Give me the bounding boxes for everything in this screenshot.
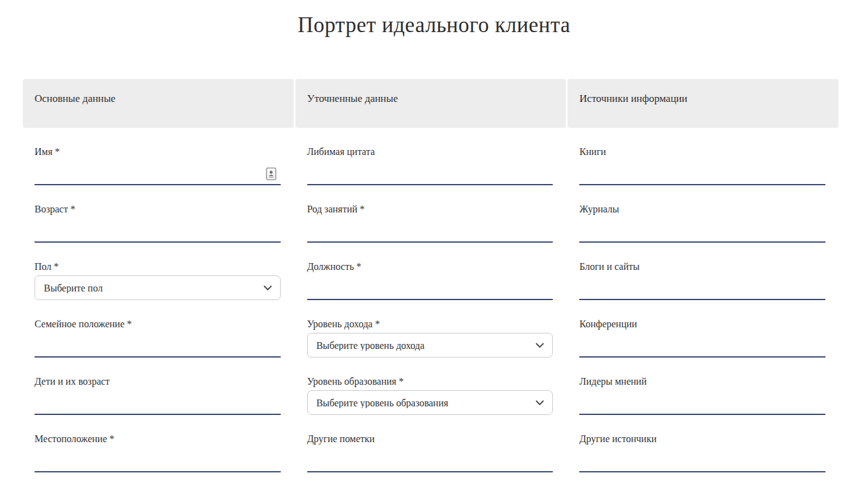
name-input[interactable]: [35, 157, 281, 185]
field-magazines: Журналы: [579, 204, 825, 243]
other-notes-label: Другие пометки: [307, 433, 553, 445]
field-children-age: Дети и их возраст: [35, 376, 281, 415]
column-header-basic-data: Основные данные: [23, 79, 294, 128]
field-name: Имя *: [35, 146, 281, 185]
field-age: Возраст *: [35, 204, 281, 243]
name-label: Имя *: [35, 146, 281, 157]
income-level-select[interactable]: Выберите уровень дохода: [307, 333, 553, 358]
education-level-label: Уровень образования *: [307, 376, 553, 387]
contact-autofill-icon[interactable]: [266, 167, 276, 180]
other-sources-label: Другие истончики: [579, 433, 825, 445]
page-title: Портрет идеального клиента: [0, 0, 868, 38]
field-conferences: Конференции: [579, 319, 825, 358]
column-refined-data-fields: Либимая цитата Род занятий * Должность *…: [296, 146, 566, 472]
field-favorite-quote: Либимая цитата: [307, 146, 553, 185]
field-blogs-sites: Блоги и сайты: [579, 261, 825, 300]
blogs-sites-label: Блоги и сайты: [579, 261, 825, 272]
column-basic-data-fields: Имя * Возраст *: [23, 146, 294, 472]
gender-label: Пол *: [35, 261, 281, 272]
field-opinion-leaders: Лидеры мнений: [579, 376, 825, 415]
favorite-quote-input[interactable]: [307, 157, 553, 185]
age-input[interactable]: [35, 215, 281, 243]
field-job-title: Должность *: [307, 261, 553, 300]
education-level-select[interactable]: Выберите уровень образования: [307, 390, 553, 415]
other-sources-input[interactable]: [579, 445, 825, 472]
column-info-sources: Источники информации Книги Журналы Блоги…: [568, 79, 838, 472]
children-age-input[interactable]: [35, 387, 281, 415]
column-info-sources-fields: Книги Журналы Блоги и сайты Конференции: [568, 146, 838, 472]
magazines-label: Журналы: [579, 204, 825, 215]
opinion-leaders-label: Лидеры мнений: [579, 376, 825, 387]
column-header-refined-data: Уточненные данные: [296, 79, 566, 128]
opinion-leaders-input[interactable]: [579, 387, 825, 415]
location-input[interactable]: [35, 445, 281, 472]
form-grid: Основные данные Имя *: [23, 79, 838, 472]
marital-status-input[interactable]: [35, 330, 281, 358]
job-title-label: Должность *: [307, 261, 553, 272]
conferences-label: Конференции: [579, 319, 825, 330]
field-location: Местоположение *: [35, 433, 281, 472]
favorite-quote-label: Либимая цитата: [307, 146, 553, 157]
name-input-wrap: [35, 157, 281, 185]
marital-status-label: Семейное положение *: [35, 319, 281, 330]
field-income-level: Уровень дохода * Выберите уровень дохода: [307, 319, 553, 358]
field-education-level: Уровень образования * Выберите уровень о…: [307, 376, 553, 415]
field-gender: Пол * Выберите пол: [35, 261, 281, 300]
job-title-input[interactable]: [307, 272, 553, 300]
column-header-info-sources: Источники информации: [568, 79, 838, 128]
books-label: Книги: [579, 146, 825, 157]
column-basic-data: Основные данные Имя *: [23, 79, 294, 472]
field-other-notes: Другие пометки: [307, 433, 553, 472]
income-level-label: Уровень дохода *: [307, 319, 553, 330]
occupation-label: Род занятий *: [307, 204, 553, 215]
age-label: Возраст *: [35, 204, 281, 215]
conferences-input[interactable]: [579, 330, 825, 358]
gender-select[interactable]: Выберите пол: [35, 275, 281, 300]
children-age-label: Дети и их возраст: [35, 376, 281, 387]
location-label: Местоположение *: [35, 433, 281, 445]
field-marital-status: Семейное положение *: [35, 319, 281, 358]
field-other-sources: Другие истончики: [579, 433, 825, 472]
column-refined-data: Уточненные данные Либимая цитата Род зан…: [296, 79, 566, 472]
field-occupation: Род занятий *: [307, 204, 553, 243]
other-notes-input[interactable]: [307, 445, 553, 472]
books-input[interactable]: [579, 157, 825, 185]
occupation-input[interactable]: [307, 215, 553, 243]
magazines-input[interactable]: [579, 215, 825, 243]
field-books: Книги: [579, 146, 825, 185]
blogs-sites-input[interactable]: [579, 272, 825, 300]
